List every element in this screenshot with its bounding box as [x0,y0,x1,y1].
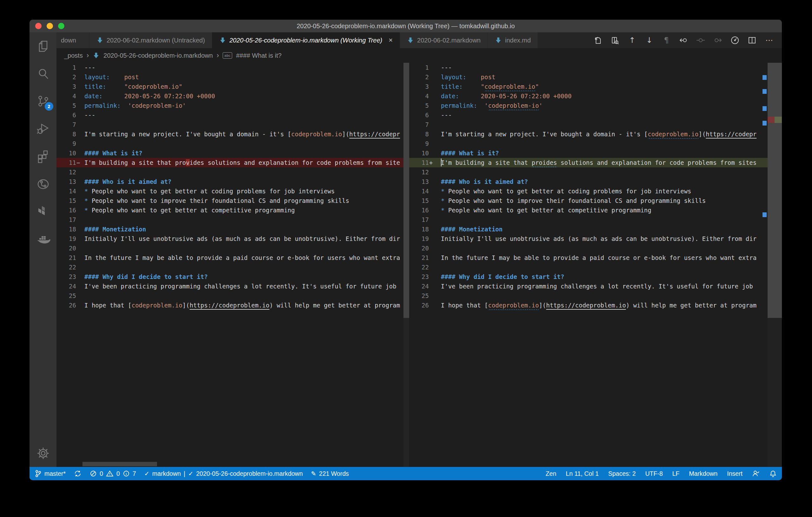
code-line[interactable]: 6--- [409,110,782,120]
code-line[interactable]: 11−I'm building a site that provides sol… [56,158,409,168]
sidebar-item-gitlens[interactable] [29,170,56,198]
sync-button[interactable] [74,470,82,477]
diff-modified-pane[interactable]: 1---2layout: post3title: "codeproblem.io… [409,63,782,467]
code-line[interactable]: 21In the future I may be able to provide… [56,253,409,263]
code-line[interactable]: 10#### What is it? [56,148,409,158]
code-line[interactable]: 12 [409,168,782,177]
code-line[interactable]: 13#### Who is it aimed at? [409,177,782,186]
code-line[interactable]: 14* People who want to get better at cod… [56,186,409,196]
code-line[interactable]: 21In the future I may be able to provide… [409,253,782,263]
code-line[interactable]: 15* People who want to improve their fou… [56,196,409,205]
file-history-icon[interactable] [729,35,741,45]
tab-2020-06-02[interactable]: 2020-06-02.markdown [400,32,488,48]
minimize-window-button[interactable] [47,23,53,29]
code-line[interactable]: 24I've been practicing programming chall… [56,281,409,291]
tab-markdown-partial[interactable]: down [56,32,89,48]
code-line[interactable]: 1--- [56,63,409,72]
code-line[interactable]: 25 [56,291,409,301]
code-line[interactable]: 4date: 2020-05-26 07:22:00 +0000 [56,91,409,101]
code-line[interactable]: 19Initially I'll use unobtrusive ads (as… [409,234,782,243]
code-line[interactable]: 23#### Why did I decide to start it? [409,272,782,281]
code-line[interactable]: 4date: 2020-05-26 07:22:00 +0000 [409,91,782,101]
code-line[interactable]: 25 [409,291,782,301]
word-count[interactable]: ✎ 221 Words [311,470,349,477]
code-line[interactable]: 17 [56,215,409,224]
zoom-window-button[interactable] [58,23,64,29]
code-line[interactable]: 3title: "codeproblem.io" [56,82,409,91]
code-line[interactable]: 10#### What is it? [409,148,782,158]
code-line[interactable]: 19Initially I'll use unobtrusive ads (as… [56,234,409,243]
code-line[interactable]: 14* People who want to get better at cod… [409,186,782,196]
diff-original-pane[interactable]: 1---2layout: post3title: "codeproblem.io… [56,63,409,467]
overview-ruler[interactable] [767,63,782,467]
sidebar-item-docker[interactable] [29,225,56,253]
toggle-whitespace-icon[interactable]: ¶ [660,35,673,45]
problems-indicator[interactable]: 0 0 7 [90,470,136,477]
breadcrumb-item-file[interactable]: 2020-05-26-codeproblem-io.markdown [104,52,213,59]
code-line[interactable]: 26I hope that [codeproblem.io](https://c… [409,301,782,310]
split-editor-icon[interactable] [746,35,758,45]
branch-indicator[interactable]: master* [35,470,66,477]
indentation-indicator[interactable]: Spaces: 2 [608,470,636,477]
code-line[interactable]: 20 [56,243,409,253]
language-mode[interactable]: Markdown [689,470,718,477]
breadcrumb-item-symbol[interactable]: #### What is it? [236,52,281,59]
left-horizontal-scrollbar[interactable] [83,462,157,466]
tab-2020-06-02-untracked[interactable]: 2020-06-02.markdown (Untracked) [89,32,212,48]
code-line[interactable]: 16* People who want to get better at com… [409,205,782,215]
code-line[interactable]: 6--- [56,110,409,120]
left-vertical-scrollbar[interactable] [403,63,409,467]
code-line[interactable]: 20 [409,243,782,253]
code-line[interactable]: 11+I'm building a site that proides solu… [409,158,782,168]
code-line[interactable]: 8I'm starting a new project. I've bought… [409,129,782,139]
code-line[interactable]: 3title: "codeproblem.io" [409,82,782,91]
tab-index-md[interactable]: index.md [488,32,538,48]
sidebar-item-terraform[interactable] [29,198,56,225]
code-line[interactable]: 18#### Monetization [56,224,409,234]
code-line[interactable]: 12 [56,168,409,177]
code-line[interactable]: 2layout: post [56,72,409,82]
code-line[interactable]: 22 [409,263,782,272]
zen-mode-indicator[interactable]: Zen [546,470,556,477]
code-line[interactable]: 22 [56,263,409,272]
close-window-button[interactable] [35,23,41,29]
close-tab-icon[interactable]: × [388,36,393,44]
code-line[interactable]: 15* People who want to improve their fou… [409,196,782,205]
code-line[interactable]: 8I'm starting a new project. I've bought… [56,129,409,139]
tab-2020-05-26-working-tree[interactable]: 2020-05-26-codeproblem-io.markdown (Work… [212,32,400,48]
next-change-icon[interactable]: ↓ [643,35,656,45]
code-line[interactable]: 7 [56,120,409,129]
code-line[interactable]: 5permalink: 'codeproblem-io' [56,101,409,110]
breadcrumb-item-folder[interactable]: _posts [64,52,83,59]
insert-mode-indicator[interactable]: Insert [727,470,743,477]
code-line[interactable]: 24I've been practicing programming chall… [409,281,782,291]
code-line[interactable]: 16* People who want to get better at com… [56,205,409,215]
code-line[interactable]: 13#### Who is it aimed at? [56,177,409,186]
settings-button[interactable] [29,439,56,467]
code-line[interactable]: 9 [56,139,409,148]
notifications-button[interactable] [769,470,777,477]
sidebar-item-extensions[interactable] [29,143,56,170]
eol-indicator[interactable]: LF [672,470,680,477]
code-line[interactable]: 1--- [409,63,782,72]
open-changes-icon[interactable] [694,35,707,45]
encoding-indicator[interactable]: UTF-8 [645,470,663,477]
open-changes-with-previous-icon[interactable] [677,35,690,45]
code-line[interactable]: 9 [409,139,782,148]
feedback-button[interactable] [752,470,760,477]
code-line[interactable]: 17 [409,215,782,224]
linter-status[interactable]: ✓ markdown | ✓ 2020-05-26-codeproblem-io… [144,470,303,477]
cursor-position[interactable]: Ln 11, Col 1 [566,470,599,477]
code-line[interactable]: 18#### Monetization [409,224,782,234]
sidebar-item-run-debug[interactable] [29,115,56,143]
open-preview-to-side-icon[interactable] [609,35,621,45]
code-line[interactable]: 26I hope that [codeproblem.io](https://c… [56,301,409,310]
code-line[interactable]: 5permalink: 'codeproblem-io' [409,101,782,110]
open-file-icon[interactable] [591,35,604,45]
code-line[interactable]: 23#### Why did I decide to start it? [56,272,409,281]
sidebar-item-explorer[interactable] [29,32,56,60]
code-line[interactable]: 2layout: post [409,72,782,82]
previous-change-icon[interactable]: ↑ [626,35,638,45]
open-changes-with-next-icon[interactable] [712,35,724,45]
code-line[interactable]: 7 [409,120,782,129]
